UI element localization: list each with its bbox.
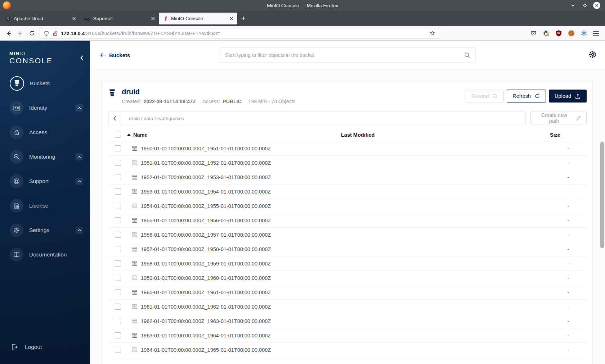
object-size: -	[550, 304, 587, 310]
row-checkbox[interactable]	[115, 260, 121, 267]
sidebar-item-identity[interactable]: Identity	[0, 96, 90, 120]
page-settings-gear-icon[interactable]	[588, 50, 597, 59]
row-checkbox[interactable]	[115, 347, 121, 353]
containers-asterisk-icon[interactable]	[581, 30, 587, 37]
sidebar-item-settings[interactable]: Settings	[0, 218, 90, 242]
search-input[interactable]	[219, 52, 464, 58]
tab-close-icon[interactable]: ✕	[151, 15, 155, 22]
object-size: -	[550, 174, 587, 180]
object-name: 1953-01-01T00:00:00.000Z_1954-01-01T00:0…	[141, 189, 271, 195]
table-row[interactable]: 1956-01-01T00:00:00.000Z_1957-01-01T00:0…	[108, 228, 587, 242]
refresh-button[interactable]: Refresh	[507, 90, 546, 103]
sidebar-item-access[interactable]: Access	[0, 120, 90, 145]
insecure-lock-icon[interactable]	[52, 31, 58, 36]
sidebar-item-label: License	[29, 203, 48, 209]
row-checkbox[interactable]	[115, 160, 121, 166]
window-minimize-icon[interactable]	[569, 2, 577, 9]
table-row[interactable]: 1959-01-01T00:00:00.000Z_1960-01-01T00:0…	[108, 271, 587, 285]
object-name: 1952-01-01T00:00:00.000Z_1953-01-01T00:0…	[141, 174, 271, 180]
extension-penguin-icon[interactable]	[542, 29, 550, 37]
row-checkbox[interactable]	[115, 203, 121, 209]
breadcrumb[interactable]: druid / data / earthquakes	[121, 116, 184, 121]
row-checkbox[interactable]	[115, 332, 121, 338]
path-back-chevron-icon[interactable]	[109, 112, 121, 125]
table-row[interactable]: 1950-01-01T00:00:00.000Z_1951-01-01T00:0…	[108, 141, 587, 156]
table-row[interactable]: 1962-01-01T00:00:00.000Z_1963-01-01T00:0…	[108, 314, 587, 328]
object-filter-search	[219, 47, 476, 63]
table-row[interactable]: 1957-01-01T00:00:00.000Z_1958-01-01T00:0…	[108, 242, 587, 256]
logo-secondary: IO	[19, 51, 26, 56]
chevron-up-icon[interactable]	[76, 104, 83, 112]
chevron-up-icon[interactable]	[76, 153, 83, 160]
bucket-browser-page: druid Created: 2022-08-15T14:08:47Z Acce…	[90, 70, 605, 364]
sidebar-item-support[interactable]: Support	[0, 169, 90, 194]
back-icon[interactable]	[3, 28, 14, 39]
tracking-shield-icon[interactable]	[44, 31, 49, 36]
row-checkbox[interactable]	[115, 145, 121, 151]
url-text: 172.18.0.4:31664/buckets/druid/browse/ZG…	[61, 31, 220, 36]
lifebuoy-icon	[10, 174, 23, 188]
table-row[interactable]: 1958-01-01T00:00:00.000Z_1959-01-01T00:0…	[108, 256, 587, 271]
table-row[interactable]: 1951-01-01T00:00:00.000Z_1952-01-01T00:0…	[108, 156, 587, 170]
table-row[interactable]: 1954-01-01T00:00:00.000Z_1955-01-01T00:0…	[108, 199, 587, 213]
chevron-up-icon[interactable]	[76, 227, 83, 234]
sidebar-item-buckets[interactable]: Buckets	[0, 71, 90, 96]
table-row[interactable]: 1964-01-01T00:00:00.000Z_1965-01-01T00:0…	[108, 343, 587, 357]
new-tab-button[interactable]: +	[237, 13, 250, 24]
tab-minio-console[interactable]: MinIO Console ✕	[159, 13, 237, 24]
row-checkbox[interactable]	[115, 246, 121, 252]
table-row[interactable]: 1953-01-01T00:00:00.000Z_1954-01-01T00:0…	[108, 185, 587, 199]
upload-button[interactable]: Upload	[549, 90, 587, 103]
row-checkbox[interactable]	[115, 232, 121, 238]
chevron-up-icon[interactable]	[76, 178, 83, 185]
forward-icon[interactable]	[14, 28, 26, 39]
window-maximize-icon[interactable]	[581, 2, 588, 9]
column-header-name[interactable]: Name	[133, 132, 148, 138]
row-checkbox[interactable]	[115, 304, 121, 310]
back-to-buckets-link[interactable]: Buckets	[100, 41, 130, 69]
hamburger-menu-icon[interactable]	[593, 30, 599, 37]
ublock-icon[interactable]: U0	[555, 30, 562, 37]
minio-favicon	[162, 16, 168, 22]
pocket-icon[interactable]	[530, 30, 537, 37]
table-row[interactable]: 1952-01-01T00:00:00.000Z_1953-01-01T00:0…	[108, 170, 587, 185]
sort-asc-icon[interactable]	[127, 133, 131, 136]
bookmark-star-icon[interactable]	[429, 30, 435, 36]
sidebar-item-logout[interactable]: Logout	[10, 343, 42, 351]
table-row[interactable]: 1963-01-01T00:00:00.000Z_1964-01-01T00:0…	[108, 328, 587, 343]
url-bar[interactable]: 172.18.0.4:31664/buckets/druid/browse/ZG…	[40, 28, 439, 39]
tab-close-icon[interactable]: ✕	[229, 15, 234, 22]
druid-favicon	[5, 16, 11, 22]
object-name: 1963-01-01T00:00:00.000Z_1964-01-01T00:0…	[141, 333, 271, 338]
row-checkbox[interactable]	[115, 217, 121, 223]
tab-apache-druid[interactable]: Apache Druid ✕	[1, 13, 80, 24]
create-new-path-button[interactable]: Create new path	[530, 112, 587, 124]
sidebar-collapse-icon[interactable]	[80, 55, 84, 61]
table-row[interactable]: 1955-01-01T00:00:00.000Z_1956-01-01T00:0…	[108, 213, 587, 228]
select-all-checkbox[interactable]	[115, 132, 121, 138]
row-checkbox[interactable]	[115, 174, 121, 180]
tab-close-icon[interactable]: ✕	[72, 15, 76, 22]
row-checkbox[interactable]	[115, 188, 121, 195]
table-row[interactable]: 1961-01-01T00:00:00.000Z_1962-01-01T00:0…	[108, 300, 587, 314]
column-header-size[interactable]: Size	[550, 132, 587, 138]
column-header-last-modified[interactable]: Last Modified	[341, 132, 550, 138]
row-checkbox[interactable]	[115, 318, 121, 324]
tab-superset[interactable]: Superset ✕	[80, 13, 159, 24]
url-path: :31664/buckets/druid/browse/ZGF0YS9lYXJ0…	[85, 31, 220, 36]
page-scrollbar-thumb[interactable]	[600, 142, 604, 248]
license-document-icon	[10, 199, 23, 213]
sidebar: MINIO CONSOLE Buckets Identity	[0, 41, 90, 364]
window-close-icon[interactable]	[593, 2, 600, 9]
sidebar-item-documentation[interactable]: Documentation	[0, 242, 90, 267]
table-row[interactable]: 1960-01-01T00:00:00.000Z_1961-01-01T00:0…	[108, 285, 587, 300]
cookie-icon[interactable]	[568, 29, 575, 37]
row-checkbox[interactable]	[115, 275, 121, 281]
row-checkbox[interactable]	[115, 289, 121, 295]
prefix-folder-icon	[131, 289, 138, 295]
sidebar-item-monitoring[interactable]: Monitoring	[0, 145, 90, 169]
rewind-button[interactable]: Rewind	[466, 90, 504, 103]
window-titlebar: MinIO Console — Mozilla Firefox	[0, 0, 605, 11]
reload-icon[interactable]	[26, 28, 37, 39]
sidebar-item-license[interactable]: License	[0, 194, 90, 218]
